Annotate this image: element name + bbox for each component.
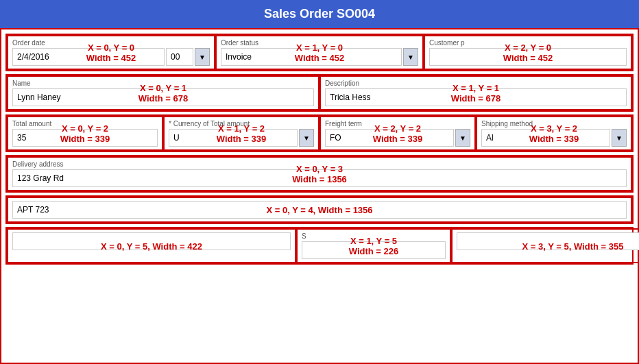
cell-4-0: X = 0, Y = 4, Width = 1356 — [7, 197, 632, 223]
cell-2-0: Total amount X = 0, Y = 2 Width = 339 — [7, 116, 163, 151]
label-2-0: Total amount — [12, 120, 158, 128]
dropdown-2-1[interactable]: ▼ — [299, 129, 314, 147]
label-1-0: Name — [12, 80, 314, 87]
form-row-0: Order date ▼ X = 0, Y = 0 Width = 452 Or… — [5, 34, 634, 71]
input-5-0[interactable] — [12, 232, 291, 250]
label-0-0: Order date — [12, 39, 210, 47]
label-5-1: S — [302, 232, 446, 240]
input-1-1[interactable] — [325, 88, 627, 106]
form-row-2: Total amount X = 0, Y = 2 Width = 339 * … — [5, 114, 634, 152]
input-3-0[interactable] — [12, 169, 627, 187]
form-row-5: X = 0, Y = 5, Width = 422 S X = 1, Y = 5… — [5, 227, 634, 265]
label-2-2: Freight term — [325, 120, 470, 128]
cell-0-1: Order status ▼ X = 1, Y = 0 Width = 452 — [215, 35, 424, 70]
input-4-0[interactable] — [12, 201, 627, 219]
input-time-0-0[interactable] — [166, 48, 193, 66]
form-container: Order date ▼ X = 0, Y = 0 Width = 452 Or… — [0, 28, 639, 364]
label-2-1: * Currency of Total amount — [169, 120, 314, 128]
input-2-1[interactable] — [169, 129, 298, 147]
dropdown-2-3[interactable]: ▼ — [612, 129, 627, 147]
dropdown-2-2[interactable]: ▼ — [455, 129, 470, 147]
input-0-2[interactable] — [429, 48, 627, 66]
cell-3-0: Delivery address X = 0, Y = 3 Width = 13… — [7, 156, 632, 191]
input-0-0[interactable] — [12, 48, 165, 66]
input-0-1[interactable] — [221, 48, 402, 66]
cell-0-0: Order date ▼ X = 0, Y = 0 Width = 452 — [7, 35, 215, 70]
input-2-0[interactable] — [12, 129, 158, 147]
input-5-1[interactable] — [302, 241, 446, 259]
cell-2-2: Freight term ▼ X = 2, Y = 2 Width = 339 — [320, 116, 476, 151]
cell-5-0: X = 0, Y = 5, Width = 422 — [7, 228, 296, 263]
label-3-0: Delivery address — [12, 160, 627, 168]
dropdown-0-1[interactable]: ▼ — [403, 48, 418, 66]
input-1-0[interactable] — [12, 88, 314, 106]
input-2-2[interactable] — [325, 129, 454, 147]
cell-1-0: Name X = 0, Y = 1 Width = 678 — [7, 75, 320, 110]
label-0-2: Customer p — [429, 39, 627, 47]
cell-0-2: Customer p X = 2, Y = 0 Width = 452 — [424, 35, 632, 70]
cell-5-1: S X = 1, Y = 5 Width = 226 — [296, 228, 451, 263]
cell-1-1: Description X = 1, Y = 1 Width = 678 — [320, 75, 632, 110]
input-5-2[interactable] — [457, 232, 639, 250]
input-2-3[interactable] — [481, 129, 610, 147]
cell-2-1: * Currency of Total amount ▼ X = 1, Y = … — [163, 116, 320, 151]
cell-5-2: X = 3, Y = 5, Width = 355 — [451, 228, 639, 263]
label-0-1: Order status — [221, 39, 418, 47]
form-row-1: Name X = 0, Y = 1 Width = 678 Descriptio… — [5, 74, 634, 112]
form-row-4: X = 0, Y = 4, Width = 1356 — [5, 195, 634, 224]
app-container: Sales Order SO004 Order date ▼ X = 0, Y … — [0, 0, 639, 364]
label-1-1: Description — [325, 80, 627, 87]
dropdown-0-0[interactable]: ▼ — [195, 48, 210, 66]
page-title: Sales Order SO004 — [0, 0, 639, 28]
form-row-3: Delivery address X = 0, Y = 3 Width = 13… — [5, 155, 634, 193]
cell-2-3: Shipping method ▼ X = 3, Y = 2 Width = 3… — [476, 116, 632, 151]
label-2-3: Shipping method — [481, 120, 627, 128]
